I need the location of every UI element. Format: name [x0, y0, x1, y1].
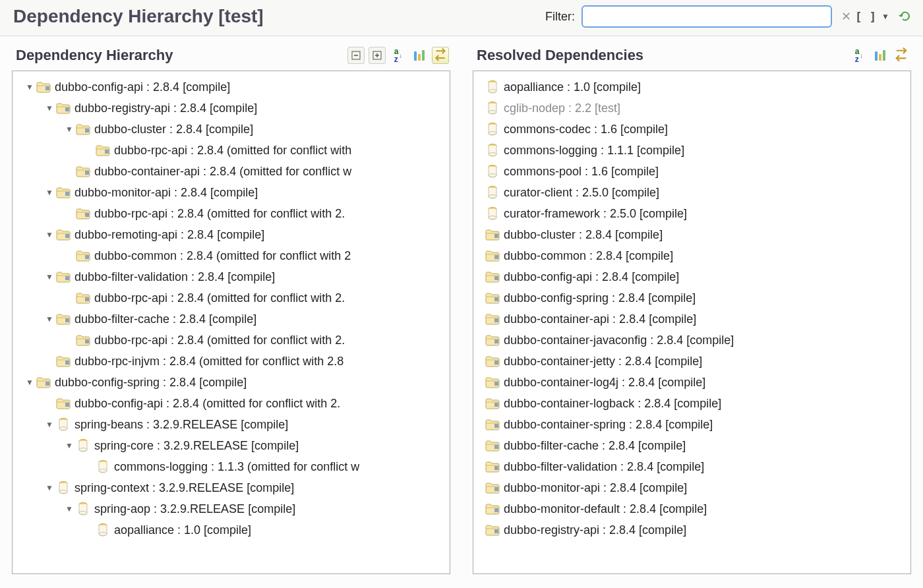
list-item[interactable]: dubbo-filter-cache : 2.8.4 [compile] — [473, 435, 910, 456]
jar-icon — [76, 502, 90, 515]
list-item[interactable]: commons-pool : 1.6 [compile] — [473, 161, 910, 182]
tree-node[interactable]: ▼aopalliance : 1.0 [compile] — [13, 519, 450, 541]
folder-icon — [485, 418, 500, 431]
tree-node[interactable]: ▼spring-context : 3.2.9.RELEASE [compile… — [13, 477, 450, 498]
folder-icon — [485, 334, 500, 347]
filter-input[interactable] — [581, 5, 832, 28]
filter-tree-button[interactable] — [432, 47, 449, 64]
tree-node[interactable]: ▼dubbo-filter-validation : 2.8.4 [compil… — [13, 266, 450, 287]
list-item[interactable]: dubbo-cluster : 2.8.4 [compile] — [473, 224, 910, 245]
tree-node[interactable]: ▼spring-core : 3.2.9.RELEASE [compile] — [13, 435, 450, 456]
show-groups-button[interactable] — [872, 47, 889, 64]
collapse-all-button[interactable] — [347, 47, 365, 64]
tree-node[interactable]: ▼dubbo-registry-api : 2.8.4 [compile] — [13, 98, 450, 119]
jar-icon — [485, 207, 500, 220]
tree-node[interactable]: ▼spring-aop : 3.2.9.RELEASE [compile] — [13, 498, 450, 519]
disclosure-triangle-icon[interactable]: ▼ — [44, 266, 55, 287]
hierarchy-panel: Dependency Hierarchy az ↓ — [7, 43, 456, 579]
tree-node[interactable]: ▼dubbo-rpc-api : 2.8.4 (omitted for conf… — [13, 140, 450, 161]
list-item-label: cglib-nodep : 2.2 [test] — [504, 98, 620, 119]
folder-icon — [56, 228, 71, 241]
list-item[interactable]: curator-client : 2.5.0 [compile] — [473, 182, 910, 203]
folder-icon — [485, 502, 500, 515]
list-item[interactable]: dubbo-registry-api : 2.8.4 [compile] — [473, 519, 910, 541]
disclosure-triangle-icon[interactable]: ▼ — [44, 477, 55, 498]
list-item-label: dubbo-filter-cache : 2.8.4 [compile] — [504, 435, 686, 456]
disclosure-triangle-icon[interactable]: ▼ — [44, 98, 55, 119]
list-item[interactable]: commons-codec : 1.6 [compile] — [473, 119, 910, 140]
resolved-list: aopalliance : 1.0 [compile]cglib-nodep :… — [473, 76, 910, 541]
folder-icon — [56, 102, 71, 115]
tree-node[interactable]: ▼dubbo-common : 2.8.4 (omitted for confl… — [13, 245, 450, 266]
disclosure-triangle-icon[interactable]: ▼ — [64, 119, 74, 140]
list-item[interactable]: dubbo-container-spring : 2.8.4 [compile] — [473, 414, 910, 435]
list-item[interactable]: dubbo-container-log4j : 2.8.4 [compile] — [473, 372, 910, 393]
folder-icon — [76, 334, 90, 347]
disclosure-triangle-icon[interactable]: ▼ — [44, 224, 55, 245]
list-item[interactable]: curator-framework : 2.5.0 [compile] — [473, 203, 910, 224]
folder-icon — [56, 186, 71, 199]
list-item[interactable]: aopalliance : 1.0 [compile] — [473, 76, 910, 98]
disclosure-triangle-icon[interactable]: ▼ — [24, 76, 35, 98]
tree-node-label: dubbo-registry-api : 2.8.4 [compile] — [74, 98, 257, 119]
list-item[interactable]: dubbo-common : 2.8.4 [compile] — [473, 245, 910, 266]
list-item[interactable]: dubbo-monitor-api : 2.8.4 [compile] — [473, 477, 910, 498]
disclosure-triangle-icon[interactable]: ▼ — [64, 435, 74, 456]
list-item-label: dubbo-container-logback : 2.8.4 [compile… — [504, 393, 721, 414]
list-item[interactable]: dubbo-container-javaconfig : 2.8.4 [comp… — [473, 330, 910, 351]
tree-node[interactable]: ▼dubbo-rpc-api : 2.8.4 (omitted for conf… — [13, 203, 450, 224]
dropdown-caret-icon[interactable]: ▼ — [878, 9, 893, 24]
tree-node[interactable]: ▼dubbo-config-spring : 2.8.4 [compile] — [13, 372, 450, 393]
tree-node[interactable]: ▼dubbo-rpc-api : 2.8.4 (omitted for conf… — [13, 287, 450, 309]
disclosure-triangle-icon[interactable]: ▼ — [44, 414, 55, 435]
tree-node[interactable]: ▼dubbo-remoting-api : 2.8.4 [compile] — [13, 224, 450, 245]
list-item-label: aopalliance : 1.0 [compile] — [504, 76, 641, 98]
resolved-panel-header: Resolved Dependencies az ↓ — [467, 43, 916, 68]
list-item[interactable]: dubbo-container-api : 2.8.4 [compile] — [473, 309, 910, 330]
disclosure-triangle-icon[interactable]: ▼ — [24, 372, 35, 393]
list-item[interactable]: dubbo-monitor-default : 2.8.4 [compile] — [473, 498, 910, 519]
hierarchy-body[interactable]: ▼dubbo-config-api : 2.8.4 [compile]▼dubb… — [12, 71, 450, 574]
tree-node-label: commons-logging : 1.1.3 (omitted for con… — [114, 456, 359, 477]
hierarchy-panel-title: Dependency Hierarchy — [16, 47, 173, 64]
tree-node[interactable]: ▼commons-logging : 1.1.3 (omitted for co… — [13, 456, 450, 477]
tree-node[interactable]: ▼dubbo-config-api : 2.8.4 (omitted for c… — [13, 393, 450, 414]
list-item[interactable]: dubbo-filter-validation : 2.8.4 [compile… — [473, 456, 910, 477]
list-item[interactable]: dubbo-config-spring : 2.8.4 [compile] — [473, 287, 910, 309]
tree-node[interactable]: ▼spring-beans : 3.2.9.RELEASE [compile] — [13, 414, 450, 435]
tree-node-label: dubbo-rpc-injvm : 2.8.4 (omitted for con… — [74, 351, 343, 372]
tree-node[interactable]: ▼dubbo-filter-cache : 2.8.4 [compile] — [13, 309, 450, 330]
jar-icon — [485, 102, 500, 115]
folder-icon — [485, 481, 500, 494]
tree-node[interactable]: ▼dubbo-monitor-api : 2.8.4 [compile] — [13, 182, 450, 203]
tree-node-label: dubbo-config-spring : 2.8.4 [compile] — [55, 372, 247, 393]
resolved-body[interactable]: aopalliance : 1.0 [compile]cglib-nodep :… — [473, 71, 911, 574]
tree-node[interactable]: ▼dubbo-config-api : 2.8.4 [compile] — [13, 76, 450, 98]
list-item[interactable]: cglib-nodep : 2.2 [test] — [473, 98, 910, 119]
disclosure-triangle-icon[interactable]: ▼ — [44, 182, 55, 203]
tree-node-label: dubbo-rpc-api : 2.8.4 (omitted for confl… — [94, 287, 345, 309]
disclosure-triangle-icon[interactable]: ▼ — [64, 498, 74, 519]
list-item[interactable]: dubbo-container-jetty : 2.8.4 [compile] — [473, 351, 910, 372]
jar-icon — [485, 80, 500, 94]
tree-node[interactable]: ▼dubbo-rpc-api : 2.8.4 (omitted for conf… — [13, 330, 450, 351]
sort-alpha-button[interactable]: az ↓ — [390, 47, 407, 64]
list-item-label: dubbo-registry-api : 2.8.4 [compile] — [504, 519, 686, 541]
tree-node-label: dubbo-common : 2.8.4 (omitted for confli… — [94, 245, 351, 266]
brackets-icon[interactable]: [ ] — [858, 9, 873, 24]
list-item[interactable]: dubbo-config-api : 2.8.4 [compile] — [473, 266, 910, 287]
tree-node[interactable]: ▼dubbo-container-api : 2.8.4 (omitted fo… — [13, 161, 450, 182]
tree-node-label: dubbo-rpc-api : 2.8.4 (omitted for confl… — [114, 140, 351, 161]
folder-icon — [56, 312, 71, 326]
refresh-icon[interactable] — [898, 9, 912, 24]
tree-node[interactable]: ▼dubbo-rpc-injvm : 2.8.4 (omitted for co… — [13, 351, 450, 372]
show-groups-button[interactable] — [411, 47, 428, 64]
expand-all-button[interactable] — [369, 47, 386, 64]
tree-node[interactable]: ▼dubbo-cluster : 2.8.4 [compile] — [13, 119, 450, 140]
list-item[interactable]: dubbo-container-logback : 2.8.4 [compile… — [473, 393, 910, 414]
clear-filter-icon[interactable]: ✕ — [839, 9, 853, 24]
filter-list-button[interactable] — [893, 47, 910, 64]
sort-alpha-button[interactable]: az ↓ — [850, 47, 868, 64]
list-item[interactable]: commons-logging : 1.1.1 [compile] — [473, 140, 910, 161]
disclosure-triangle-icon[interactable]: ▼ — [44, 309, 55, 330]
